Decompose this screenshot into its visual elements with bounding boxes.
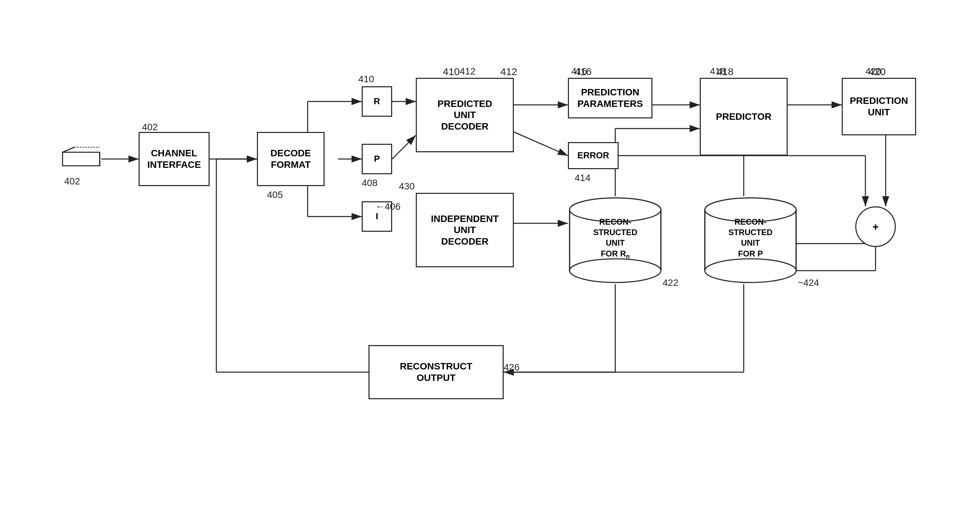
svg-rect-35 bbox=[62, 152, 100, 166]
ref-416-top: 416 bbox=[575, 66, 592, 78]
label-408: 408 bbox=[362, 178, 378, 188]
ref-412-top: 412 bbox=[500, 66, 517, 78]
ref-418-top: 418 bbox=[717, 66, 733, 78]
error-block: ERROR bbox=[568, 142, 619, 169]
svg-point-49 bbox=[705, 259, 796, 282]
label-422: 422 bbox=[663, 278, 678, 288]
ref-420-top: 420 bbox=[869, 66, 886, 78]
predictor-block: PREDICTOR bbox=[700, 78, 788, 156]
p-block: P bbox=[362, 144, 392, 174]
r-block: R bbox=[362, 86, 392, 117]
label-414: 414 bbox=[575, 172, 590, 183]
reconstruct-output-block: RECONSTRUCTOUTPUT bbox=[369, 345, 504, 399]
label-402: 402 bbox=[142, 122, 158, 132]
decode-format-block: DECODEFORMAT bbox=[257, 132, 325, 186]
independent-unit-decoder-block: INDEPENDENTUNITDECODER bbox=[416, 193, 514, 267]
tape-input bbox=[61, 145, 102, 174]
label-424: ~424 bbox=[798, 278, 819, 288]
label-426: 426 bbox=[504, 362, 520, 373]
svg-line-13 bbox=[514, 132, 568, 156]
label-410: 410 bbox=[358, 74, 374, 85]
channel-interface-block: CHANNELINTERFACE bbox=[138, 132, 210, 186]
label-406: ←406 bbox=[375, 201, 401, 212]
adder-block: + bbox=[855, 206, 896, 247]
ref-410-top: 410 bbox=[443, 66, 460, 78]
reconstructed-rn-cylinder: RECON-STRUCTEDUNITFOR Rn bbox=[568, 196, 663, 284]
prediction-parameters-block: PREDICTIONPARAMETERS bbox=[568, 78, 652, 118]
svg-point-43 bbox=[570, 259, 661, 282]
svg-line-11 bbox=[392, 135, 416, 159]
svg-line-36 bbox=[62, 147, 74, 152]
prediction-unit-block: PREDICTIONUNIT bbox=[842, 78, 916, 135]
predicted-unit-decoder-block: PREDICTEDUNITDECODER bbox=[416, 78, 514, 152]
label-405: 405 bbox=[267, 190, 283, 200]
diagram-container: 402 CHANNELINTERFACE 402 DECODEFORMAT 40… bbox=[0, 0, 980, 520]
label-404: 402 bbox=[64, 176, 80, 187]
label-430: 430 bbox=[399, 181, 415, 192]
reconstructed-p-cylinder: RECON-STRUCTEDUNITFOR P bbox=[703, 196, 798, 284]
label-412: 412 bbox=[460, 66, 476, 77]
